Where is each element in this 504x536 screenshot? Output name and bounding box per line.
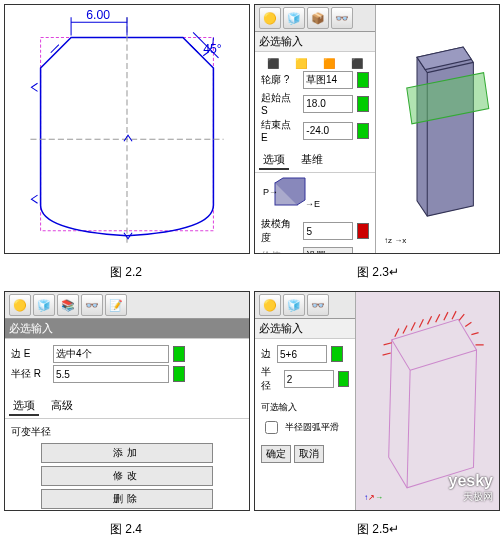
fig24-caption: 图 2.4 <box>0 515 252 536</box>
cancel-button[interactable]: 取消 <box>294 445 324 463</box>
axis-triad-icon: ↑↗→ <box>364 493 383 502</box>
fig25-caption: 图 2.5↵ <box>252 515 504 536</box>
required-input-title: 必选输入 <box>5 319 249 339</box>
tabs: 选项高级 <box>5 395 249 418</box>
fig24-cell: 🟡 🧊 📚 👓 📝 必选输入 边 E 半径 R 选项高级 可变半径 添加 修改 … <box>4 291 250 511</box>
swatch[interactable] <box>331 346 343 362</box>
swatch[interactable] <box>173 366 185 382</box>
dir-icon[interactable]: ⬛ <box>267 58 279 69</box>
dir-icon[interactable]: 🟨 <box>295 58 307 69</box>
fig22-sketch-viewport: 45° 6.00 <box>4 4 250 254</box>
start-label: 起始点 S <box>261 91 299 116</box>
radius-input[interactable] <box>53 365 169 383</box>
fig23-toolbar: 🟡 🧊 📦 👓 <box>255 5 375 32</box>
svg-text:P→: P→ <box>263 187 278 197</box>
angle-dim: 45° <box>203 42 222 56</box>
tool-icon[interactable]: 🟡 <box>259 294 281 316</box>
glasses-icon[interactable]: 👓 <box>331 7 353 29</box>
required-input-title: 必选输入 <box>255 319 355 339</box>
angle-input[interactable] <box>303 222 353 240</box>
var-radius-label: 可变半径 <box>11 423 243 441</box>
glasses-icon[interactable]: 👓 <box>307 294 329 316</box>
val-label: 价值 <box>261 249 299 254</box>
angle-label: 拔模角度 <box>261 217 299 245</box>
fig24-toolbar: 🟡 🧊 📚 👓 📝 <box>5 292 249 319</box>
swatch[interactable] <box>173 346 185 362</box>
tool-icon[interactable]: 🧊 <box>33 294 55 316</box>
tool-icon[interactable]: 🟡 <box>259 7 281 29</box>
tabs: 选项基维 <box>255 149 375 172</box>
optional-label: 可选输入 <box>255 399 355 416</box>
width-dim: 6.00 <box>86 8 110 22</box>
edge-input[interactable] <box>277 345 327 363</box>
glasses-icon[interactable]: 👓 <box>81 294 103 316</box>
fig25-toolbar: 🟡🧊👓 <box>255 292 355 319</box>
dir-icon[interactable]: 🟧 <box>323 58 335 69</box>
swatch[interactable] <box>357 96 369 112</box>
svg-text:→E: →E <box>305 199 320 209</box>
tool-icon[interactable]: 🟡 <box>9 294 31 316</box>
axis-triad-icon: ↑z →x <box>384 236 406 245</box>
tab-advanced[interactable]: 高级 <box>47 397 77 416</box>
extrude-diagram-icon: P→→E <box>261 177 321 213</box>
end-label: 结束点 E <box>261 118 299 143</box>
add-button[interactable]: 添加 <box>41 443 213 463</box>
swatch[interactable] <box>357 123 369 139</box>
swatch[interactable] <box>338 371 349 387</box>
sketch-geometry: 45° 6.00 <box>5 5 249 253</box>
ok-button[interactable]: 确定 <box>261 445 291 463</box>
tool-icon[interactable]: 🧊 <box>283 294 305 316</box>
smooth-label: 半径圆弧平滑 <box>285 421 339 434</box>
smooth-checkbox[interactable] <box>265 421 278 434</box>
tool-icon[interactable]: 📦 <box>307 7 329 29</box>
modify-button[interactable]: 修改 <box>41 466 213 486</box>
fig23-3d-viewport[interactable]: ↑z →x <box>376 5 499 253</box>
edge-label: 边 E <box>11 347 49 361</box>
required-input-title: 必选输入 <box>255 32 375 52</box>
fig25-cell: 🟡🧊👓 必选输入 边 半径 可选输入 半径圆弧平滑 确定取消 ↑↗→ yesky… <box>254 291 500 511</box>
swatch[interactable] <box>357 223 369 239</box>
edge-input[interactable] <box>53 345 169 363</box>
fig23-caption: 图 2.3↵ <box>252 258 504 287</box>
val-input <box>303 247 353 254</box>
start-input[interactable] <box>303 95 353 113</box>
contour-input[interactable] <box>303 71 353 89</box>
fig25-wireframe-viewport[interactable]: ↑↗→ yesky天极网 <box>356 292 499 510</box>
tool-icon[interactable]: 🧊 <box>283 7 305 29</box>
dir-icon[interactable]: ⬛ <box>351 58 363 69</box>
tab-options[interactable]: 选项 <box>9 397 39 416</box>
edge-label: 边 <box>261 347 273 361</box>
contour-label: 轮廓 ? <box>261 73 299 87</box>
watermark: yesky天极网 <box>449 472 494 504</box>
tool-icon[interactable]: 📚 <box>57 294 79 316</box>
edit-icon[interactable]: 📝 <box>105 294 127 316</box>
radius-label: 半径 <box>261 365 280 393</box>
radius-label: 半径 R <box>11 367 49 381</box>
radius-input[interactable] <box>284 370 334 388</box>
delete-button[interactable]: 删除 <box>41 489 213 509</box>
end-input[interactable] <box>303 122 353 140</box>
tab-options[interactable]: 选项 <box>259 151 289 170</box>
fig22-caption: 图 2.2 <box>0 258 252 287</box>
tab-base[interactable]: 基维 <box>297 151 327 170</box>
icon-row: ⬛🟨🟧⬛ <box>261 58 369 69</box>
swatch[interactable] <box>357 72 369 88</box>
fig23-cell: 🟡 🧊 📦 👓 必选输入 ⬛🟨🟧⬛ 轮廓 ? 起始点 S 结束点 E 选项基维 … <box>254 4 500 254</box>
